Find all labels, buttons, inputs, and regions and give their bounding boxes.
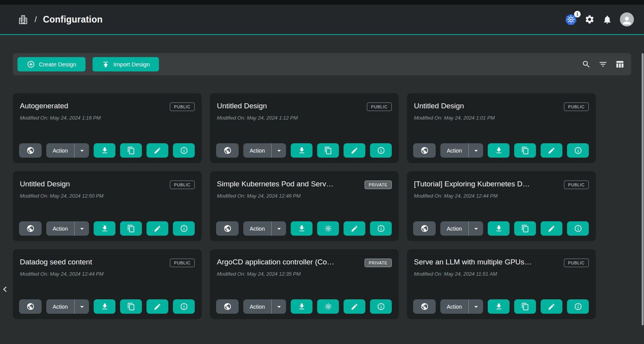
action-dropdown-toggle[interactable] [74,143,89,158]
filter-button[interactable] [596,57,610,71]
edit-button[interactable] [344,299,365,314]
visibility-globe-button[interactable] [216,299,239,314]
clone-button[interactable] [120,143,142,158]
download-button[interactable] [291,143,312,158]
action-dropdown-toggle[interactable] [271,221,286,236]
action-button[interactable]: Action [440,221,468,236]
chevron-down-icon [275,146,283,155]
clone-button[interactable] [317,143,339,158]
info-button[interactable] [370,299,392,314]
edit-button[interactable] [147,143,168,158]
visibility-badge[interactable]: PUBLIC [564,181,589,189]
visibility-badge[interactable]: PUBLIC [367,103,392,111]
download-button[interactable] [488,221,510,236]
download-button[interactable] [488,143,510,158]
create-design-button[interactable]: Create Design [17,57,86,71]
visibility-badge[interactable]: PRIVATE [365,181,392,189]
action-dropdown-toggle[interactable] [271,299,286,314]
edit-button[interactable] [147,221,168,236]
action-dropdown-toggle[interactable] [74,221,89,236]
action-button[interactable]: Action [243,221,271,236]
info-icon [180,302,188,311]
action-button[interactable]: Action [243,143,271,158]
table-view-button[interactable] [613,57,627,71]
action-button[interactable]: Action [46,299,74,314]
edit-button[interactable] [541,143,562,158]
clone-icon [127,146,135,155]
chevron-down-icon [275,224,283,233]
chevron-down-icon [472,302,480,311]
visibility-globe-button[interactable] [216,143,239,158]
user-avatar[interactable] [620,12,634,26]
action-button[interactable]: Action [46,221,74,236]
download-button[interactable] [488,299,510,314]
import-design-button[interactable]: Import Design [92,57,159,71]
action-dropdown-toggle[interactable] [468,299,483,314]
download-button[interactable] [291,299,312,314]
visibility-globe-button[interactable] [413,221,436,236]
download-button[interactable] [94,221,115,236]
action-button[interactable]: Action [440,143,468,158]
info-button[interactable] [173,143,195,158]
visibility-badge[interactable]: PUBLIC [170,259,195,267]
kubernetes-context-button[interactable]: 1 [565,14,577,25]
info-button[interactable] [370,221,392,236]
action-button[interactable]: Action [440,299,468,314]
visibility-badge[interactable]: PUBLIC [170,103,195,111]
action-button-label: Action [447,304,462,310]
clone-button[interactable] [120,299,142,314]
visibility-globe-button[interactable] [19,143,42,158]
download-button[interactable] [94,143,115,158]
action-dropdown-toggle[interactable] [468,221,483,236]
organization-building-icon[interactable] [18,14,28,25]
design-swirl-button[interactable] [317,221,339,236]
vertical-scrollbar[interactable] [642,53,644,325]
clone-button[interactable] [120,221,142,236]
app-header: / Configuration [0,0,644,35]
action-dropdown-toggle[interactable] [74,299,89,314]
design-card: Datadog seed content PUBLIC Modified On:… [13,249,202,319]
clone-button[interactable] [514,143,536,158]
info-button[interactable] [567,221,589,236]
download-icon [101,224,109,233]
collapse-panel-button[interactable] [0,285,10,294]
edit-button[interactable] [344,143,365,158]
action-dropdown-toggle[interactable] [271,143,286,158]
visibility-globe-button[interactable] [216,221,239,236]
design-swirl-button[interactable] [317,299,339,314]
download-button[interactable] [94,299,115,314]
card-action-bar: Action [413,221,590,236]
design-card: Serve an LLM with multiple GPUs… PUBLIC … [407,249,596,319]
visibility-globe-button[interactable] [19,299,42,314]
breadcrumb-separator: / [35,15,37,24]
visibility-globe-button[interactable] [413,143,436,158]
info-button[interactable] [173,221,195,236]
download-button[interactable] [291,221,312,236]
action-dropdown-toggle[interactable] [468,143,483,158]
info-button[interactable] [370,143,392,158]
edit-button[interactable] [344,221,365,236]
page-title: Configuration [43,14,103,25]
clone-button[interactable] [514,299,536,314]
info-button[interactable] [567,299,589,314]
visibility-globe-button[interactable] [413,299,436,314]
action-button[interactable]: Action [243,299,271,314]
design-card: Autogenerated PUBLIC Modified On: May 24… [13,93,202,163]
pencil-icon [548,303,555,311]
edit-button[interactable] [541,221,562,236]
info-button[interactable] [567,143,589,158]
clone-button[interactable] [514,221,536,236]
settings-button[interactable] [585,14,595,24]
visibility-badge[interactable]: PUBLIC [564,259,589,267]
info-button[interactable] [173,299,195,314]
edit-button[interactable] [147,299,168,314]
visibility-badge[interactable]: PRIVATE [365,259,392,267]
visibility-badge[interactable]: PUBLIC [170,181,195,189]
search-button[interactable] [579,57,593,71]
notifications-button[interactable] [602,15,612,24]
visibility-globe-button[interactable] [19,221,42,236]
visibility-badge[interactable]: PUBLIC [564,103,589,111]
filter-icon [599,60,607,69]
edit-button[interactable] [541,299,562,314]
action-button[interactable]: Action [46,143,74,158]
